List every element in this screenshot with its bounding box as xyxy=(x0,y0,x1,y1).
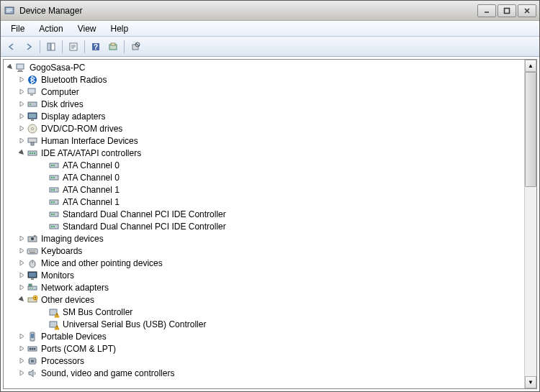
maximize-button[interactable] xyxy=(498,4,516,17)
tree-category[interactable]: Network adapters xyxy=(4,281,524,293)
tree-device[interactable]: !SM Bus Controller xyxy=(4,306,524,318)
expander-spacer xyxy=(40,199,47,206)
scroll-thumb[interactable] xyxy=(525,72,536,187)
scroll-down-button[interactable]: ▼ xyxy=(525,376,536,388)
expander-icon[interactable] xyxy=(18,76,25,83)
tree-category[interactable]: Computer xyxy=(4,86,524,98)
svg-text:?: ? xyxy=(94,43,98,51)
expander-icon[interactable] xyxy=(18,284,25,291)
expander-icon[interactable] xyxy=(6,64,14,71)
tree-device-label: ATA Channel 0 xyxy=(63,160,120,170)
expander-icon[interactable] xyxy=(18,357,25,365)
expander-icon[interactable] xyxy=(18,370,25,377)
scroll-track[interactable] xyxy=(525,72,536,376)
imaging-icon xyxy=(27,233,38,245)
disk-icon xyxy=(27,99,38,110)
svg-point-33 xyxy=(32,127,34,129)
device-tree[interactable]: GogoSasa-PCBluetooth RadiosComputerDisk … xyxy=(4,60,524,388)
menubar: File Action View Help xyxy=(1,21,539,37)
svg-rect-53 xyxy=(51,214,53,215)
tree-category[interactable]: Disk drives xyxy=(4,98,524,110)
tree-category[interactable]: Bluetooth Radios xyxy=(4,73,524,86)
tree-category[interactable]: Ports (COM & LPT) xyxy=(4,342,524,355)
tree-category[interactable]: DVD/CD-ROM drives xyxy=(4,122,524,135)
menu-view[interactable]: View xyxy=(71,22,104,35)
menu-help[interactable]: Help xyxy=(104,22,136,35)
tree-device[interactable]: Standard Dual Channel PCI IDE Controller xyxy=(4,220,524,232)
expander-icon[interactable] xyxy=(18,247,25,255)
tree-category[interactable]: Display adapters xyxy=(4,110,524,122)
back-button[interactable] xyxy=(4,39,19,55)
svg-rect-8 xyxy=(48,43,50,50)
svg-rect-50 xyxy=(51,201,53,203)
titlebar[interactable]: Device Manager xyxy=(1,1,539,21)
expander-icon[interactable] xyxy=(18,113,25,120)
expander-icon[interactable] xyxy=(18,150,25,157)
tree-device[interactable]: ATA Channel 1 xyxy=(4,183,524,196)
svg-rect-65 xyxy=(35,250,36,252)
expander-spacer xyxy=(40,321,47,328)
properties-button[interactable] xyxy=(66,39,81,55)
tree-category-label: Bluetooth Radios xyxy=(41,75,107,85)
tree-category-label: Imaging devices xyxy=(41,234,104,244)
tree-category[interactable]: IDE ATA/ATAPI controllers xyxy=(4,147,524,159)
scan-hardware-button[interactable] xyxy=(105,39,121,55)
help-button[interactable]: ? xyxy=(88,39,104,55)
ide-icon xyxy=(27,147,38,159)
sound-icon xyxy=(27,368,38,379)
svg-rect-27 xyxy=(28,102,37,106)
display-icon xyxy=(27,111,38,122)
expander-icon[interactable] xyxy=(18,333,25,340)
mouse-icon xyxy=(27,257,38,269)
tree-device[interactable]: Standard Dual Channel PCI IDE Controller xyxy=(4,208,524,220)
svg-rect-73 xyxy=(29,284,32,286)
svg-rect-41 xyxy=(51,165,53,166)
tree-device-label: ATA Channel 0 xyxy=(63,173,120,183)
svg-rect-56 xyxy=(51,226,53,227)
expander-icon[interactable] xyxy=(18,88,25,96)
tree-category[interactable]: Sound, video and game controllers xyxy=(4,367,524,379)
tree-category[interactable]: Imaging devices xyxy=(4,232,524,245)
tree-category[interactable]: Monitors xyxy=(4,269,524,281)
tree-category[interactable]: Portable Devices xyxy=(4,330,524,342)
tree-category-label: Mice and other pointing devices xyxy=(41,258,163,268)
tree-device[interactable]: ATA Channel 1 xyxy=(4,196,524,208)
expander-icon[interactable] xyxy=(18,101,25,108)
tree-category[interactable]: ?Other devices xyxy=(4,293,524,306)
forward-button[interactable] xyxy=(21,39,37,55)
svg-rect-39 xyxy=(34,152,35,154)
network-icon xyxy=(27,282,38,293)
minimize-button[interactable] xyxy=(477,4,496,17)
menu-file[interactable]: File xyxy=(4,22,32,35)
menu-action[interactable]: Action xyxy=(32,22,70,35)
svg-rect-5 xyxy=(505,8,510,13)
vertical-scrollbar[interactable]: ▲ ▼ xyxy=(524,60,536,388)
tree-device-label: ATA Channel 1 xyxy=(63,197,120,207)
close-button[interactable] xyxy=(518,4,536,17)
expander-icon[interactable] xyxy=(18,296,25,304)
svg-rect-62 xyxy=(29,250,30,252)
tree-category-label: Ports (COM & LPT) xyxy=(41,344,116,354)
tree-category[interactable]: Processors xyxy=(4,355,524,367)
content-area: GogoSasa-PCBluetooth RadiosComputerDisk … xyxy=(3,59,537,389)
expander-icon[interactable] xyxy=(18,137,25,145)
uninstall-button[interactable] xyxy=(127,39,143,55)
svg-rect-42 xyxy=(53,165,55,166)
expander-icon[interactable] xyxy=(18,235,25,242)
expander-icon[interactable] xyxy=(18,260,25,267)
tree-device[interactable]: ATA Channel 0 xyxy=(4,159,524,171)
tree-root[interactable]: GogoSasa-PC xyxy=(4,61,524,73)
expander-icon[interactable] xyxy=(18,125,25,132)
expander-icon[interactable] xyxy=(18,345,25,352)
show-hide-tree-button[interactable] xyxy=(43,39,59,55)
tree-device[interactable]: !Universal Serial Bus (USB) Controller xyxy=(4,318,524,330)
svg-point-88 xyxy=(34,347,36,350)
tree-category[interactable]: Human Interface Devices xyxy=(4,135,524,147)
tree-category-label: Keyboards xyxy=(41,246,82,256)
tree-device[interactable]: ATA Channel 0 xyxy=(4,171,524,183)
tree-category[interactable]: Mice and other pointing devices xyxy=(4,257,524,269)
device-icon: ! xyxy=(48,306,60,318)
expander-icon[interactable] xyxy=(18,272,25,279)
scroll-up-button[interactable]: ▲ xyxy=(525,60,536,72)
tree-category[interactable]: Keyboards xyxy=(4,245,524,257)
